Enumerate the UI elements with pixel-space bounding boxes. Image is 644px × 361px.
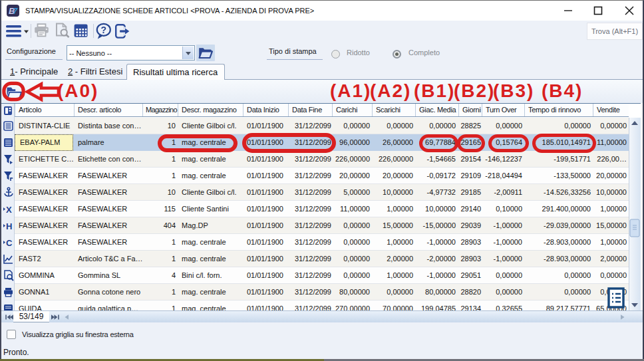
svg-text:X: X xyxy=(6,205,12,215)
svg-text:H: H xyxy=(6,221,12,231)
svg-text:C: C xyxy=(6,238,13,248)
svg-text:?: ? xyxy=(101,25,107,35)
